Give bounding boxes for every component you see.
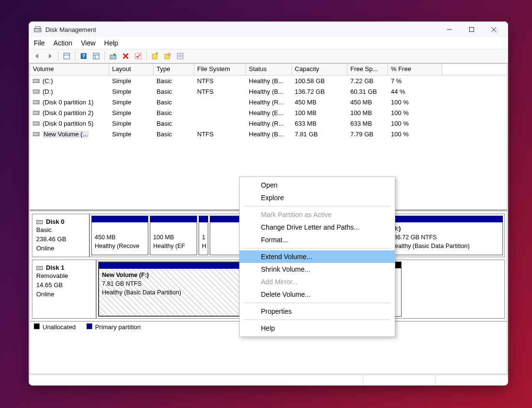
svg-rect-22: [177, 53, 183, 59]
titlebar[interactable]: Disk Management: [29, 22, 508, 37]
window-title: Disk Management: [45, 26, 96, 33]
col-status[interactable]: Status: [246, 64, 292, 75]
svg-point-26: [38, 81, 39, 82]
d1p1-status: Healthy (Basic Data Partition): [102, 289, 181, 296]
toolbar: ?: [29, 49, 508, 63]
col-free[interactable]: Free Sp...: [347, 64, 388, 75]
table-row[interactable]: (Disk 0 partition 5)SimpleBasicHealthy (…: [30, 118, 507, 129]
disk1-title: Disk 1: [46, 264, 64, 271]
app-icon: [34, 26, 42, 33]
col-layout[interactable]: Layout: [109, 64, 154, 75]
table-row[interactable]: (Disk 0 partition 1)SimpleBasicHealthy (…: [30, 97, 507, 107]
disk-management-window: Disk Management File Action View Help ? …: [29, 21, 508, 386]
disk1-size: 14.65 GB: [36, 280, 92, 290]
close-button[interactable]: [483, 22, 505, 37]
d1p1-title: New Volume (F:): [102, 272, 149, 278]
disk0-partition[interactable]: 1H: [199, 216, 208, 255]
disk0-partition[interactable]: 450 MBHealthy (Recove: [91, 216, 148, 255]
table-row[interactable]: (C:)SimpleBasicNTFSHealthy (B...100.58 G…: [30, 75, 507, 86]
svg-rect-4: [470, 28, 474, 32]
disk0-partition[interactable]: 100 MBHealthy (EF: [150, 216, 197, 255]
disk0-type: Basic: [36, 225, 85, 234]
disk0-partition-d[interactable]: (D:)136.72 GB NTFSHealthy (Basic Data Pa…: [387, 216, 503, 255]
svg-rect-14: [110, 55, 116, 59]
ctx-delete-volume[interactable]: Delete Volume...: [240, 288, 395, 301]
properties-icon[interactable]: [175, 51, 186, 61]
list-icon[interactable]: [91, 51, 101, 61]
ctx-open[interactable]: Open: [240, 179, 395, 191]
svg-point-15: [114, 54, 116, 56]
ctx-explore[interactable]: Explore: [240, 191, 395, 204]
disk0-status: Online: [36, 244, 85, 253]
menu-file[interactable]: File: [34, 39, 45, 47]
svg-rect-1: [35, 27, 40, 29]
col-type[interactable]: Type: [154, 64, 194, 75]
context-menu: Open Explore Mark Partition as Active Ch…: [239, 176, 395, 337]
svg-rect-11: [93, 53, 99, 59]
svg-point-2: [39, 30, 40, 31]
ctx-properties[interactable]: Properties: [240, 305, 395, 318]
svg-point-34: [38, 123, 39, 124]
svg-rect-38: [36, 266, 43, 270]
disk1-head[interactable]: Disk 1 Removable 14.65 GB Online: [32, 260, 97, 318]
disk0-title: Disk 0: [46, 218, 64, 225]
statusbar: [29, 375, 508, 385]
svg-text:?: ?: [82, 53, 86, 59]
legend-unallocated: Unallocated: [43, 323, 76, 331]
ctx-format[interactable]: Format...: [240, 233, 395, 246]
disk1-partition-f[interactable]: New Volume (F:) 7.81 GB NTFS Healthy (Ba…: [98, 262, 250, 317]
maximize-button[interactable]: [460, 22, 483, 37]
col-filesystem[interactable]: File System: [194, 64, 246, 75]
svg-point-36: [38, 134, 39, 135]
disk1-status: Online: [36, 290, 92, 299]
ctx-add-mirror: Add Mirror...: [240, 276, 395, 288]
svg-point-28: [38, 91, 39, 92]
col-capacity[interactable]: Capacity: [292, 64, 347, 75]
refresh-icon[interactable]: [108, 51, 118, 61]
menu-view[interactable]: View: [81, 39, 95, 47]
checklist-icon[interactable]: [133, 51, 144, 61]
svg-rect-19: [152, 54, 157, 59]
volume-grid-header: Volume Layout Type File System Status Ca…: [30, 64, 507, 75]
svg-point-30: [38, 102, 39, 103]
svg-point-32: [38, 113, 39, 114]
svg-rect-7: [64, 53, 70, 59]
ctx-change-drive-letter[interactable]: Change Drive Letter and Paths...: [240, 221, 395, 233]
legend-primary: Primary partition: [95, 323, 141, 331]
svg-rect-37: [36, 220, 43, 224]
key-icon[interactable]: [162, 51, 173, 61]
new-icon[interactable]: [150, 51, 160, 61]
help-icon[interactable]: ?: [78, 51, 89, 61]
disk0-head[interactable]: Disk 0 Basic 238.46 GB Online: [32, 214, 90, 257]
menu-action[interactable]: Action: [54, 39, 72, 47]
menu-help[interactable]: Help: [104, 39, 118, 47]
minimize-button[interactable]: [438, 22, 460, 37]
disk0-size: 238.46 GB: [36, 234, 85, 244]
table-row[interactable]: New Volume (...SimpleBasicNTFSHealthy (B…: [30, 129, 507, 139]
forward-icon[interactable]: [44, 51, 55, 61]
table-row[interactable]: (D:)SimpleBasicNTFSHealthy (B...136.72 G…: [30, 86, 507, 97]
ctx-help[interactable]: Help: [240, 322, 395, 335]
d1p1-size: 7.81 GB NTFS: [102, 280, 142, 287]
menubar: File Action View Help: [29, 37, 508, 49]
ctx-mark-active: Mark Partition as Active: [240, 208, 395, 221]
svg-rect-20: [165, 54, 170, 59]
col-volume[interactable]: Volume: [30, 64, 109, 75]
table-row[interactable]: (Disk 0 partition 2)SimpleBasicHealthy (…: [30, 107, 507, 118]
ctx-extend-volume[interactable]: Extend Volume...: [240, 250, 395, 263]
disk1-type: Removable: [36, 271, 92, 280]
back-icon[interactable]: [32, 51, 43, 61]
col-pctfree[interactable]: % Free: [388, 64, 442, 75]
delete-icon[interactable]: [120, 51, 131, 61]
show-hide-icon[interactable]: [61, 51, 72, 61]
ctx-shrink-volume[interactable]: Shrink Volume...: [240, 263, 395, 276]
